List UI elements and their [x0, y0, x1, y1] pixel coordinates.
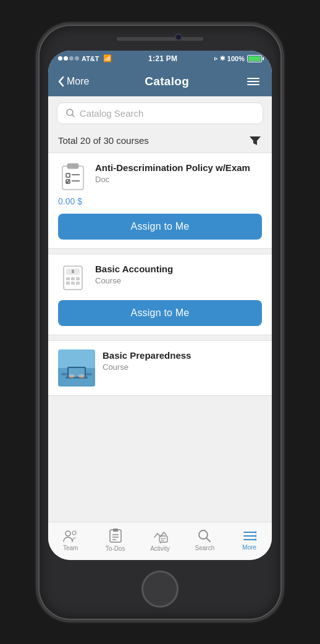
battery-fill — [248, 56, 261, 61]
signal-strength — [58, 56, 79, 61]
back-chevron-icon — [58, 76, 64, 87]
course-icon-1 — [58, 162, 88, 191]
course-thumbnail-3 — [58, 349, 95, 387]
battery-indicator — [247, 55, 262, 62]
tab-bar: Team To-Dos — [48, 522, 272, 560]
svg-line-1 — [72, 115, 74, 117]
more-label: More — [242, 544, 256, 551]
assign-button-2[interactable]: Assign to Me — [58, 300, 262, 326]
tab-team[interactable]: Team — [54, 529, 88, 551]
team-label: Team — [63, 545, 78, 551]
course-card-2: $ Basic Accounting Course Assign to Me — [48, 254, 272, 335]
search-container: Catalog Search — [48, 96, 272, 130]
svg-marker-2 — [250, 136, 261, 145]
menu-icon-line2 — [247, 81, 259, 82]
search-bar[interactable]: Catalog Search — [57, 102, 263, 124]
search-label: Search — [195, 545, 215, 551]
svg-rect-22 — [65, 377, 88, 378]
tab-activity[interactable]: Activity — [143, 529, 177, 552]
back-button[interactable]: More — [58, 76, 89, 87]
activity-icon — [152, 529, 168, 543]
back-label: More — [67, 76, 89, 87]
menu-button[interactable] — [245, 75, 262, 88]
course-info-2: Basic Accounting Course — [95, 263, 262, 286]
course-top-1: Anti-Descrimination Policy w/Exam Doc — [58, 162, 262, 191]
course-title-3: Basic Preparedness — [103, 349, 262, 362]
course-type-1: Doc — [95, 175, 262, 184]
page-title: Catalog — [145, 75, 189, 88]
course-card-1: Anti-Descrimination Policy w/Exam Doc 0.… — [48, 153, 272, 249]
svg-rect-16 — [76, 282, 80, 285]
svg-rect-4 — [67, 164, 78, 169]
results-count: Total 20 of 30 courses — [58, 135, 149, 146]
svg-point-42 — [255, 535, 256, 537]
course-info-1: Anti-Descrimination Policy w/Exam Doc — [95, 162, 262, 185]
course-top-2: $ Basic Accounting Course — [58, 263, 262, 293]
svg-line-37 — [207, 538, 211, 542]
wifi-icon: 📶 — [103, 54, 112, 62]
menu-icon-line1 — [247, 78, 259, 79]
search-icon — [66, 109, 75, 117]
phone-frame: AT&T 📶 1:21 PM ▹ ✱ 100% — [40, 26, 280, 619]
content-area: Catalog Search Total 20 of 30 courses — [48, 96, 272, 522]
course-title-1: Anti-Descrimination Policy w/Exam — [95, 162, 262, 174]
todos-icon — [109, 529, 122, 543]
svg-point-41 — [255, 531, 256, 533]
svg-rect-3 — [62, 166, 83, 190]
course-top-3: Basic Preparedness Course — [58, 349, 262, 387]
svg-point-43 — [255, 538, 256, 541]
svg-rect-14 — [66, 282, 70, 285]
svg-point-27 — [72, 531, 76, 535]
course-title-2: Basic Accounting — [95, 263, 262, 275]
todos-label: To-Dos — [106, 545, 125, 552]
time-display: 1:21 PM — [148, 54, 177, 63]
tab-todos[interactable]: To-Dos — [98, 529, 132, 552]
nav-header: More Catalog — [48, 67, 272, 96]
team-icon — [62, 529, 78, 543]
activity-label: Activity — [150, 545, 170, 552]
location-icon: ▹ — [214, 55, 217, 62]
tab-search[interactable]: Search — [188, 529, 222, 551]
svg-text:$: $ — [72, 269, 75, 274]
course-type-3: Course — [103, 362, 262, 372]
svg-rect-13 — [76, 277, 80, 280]
course-icon-2: $ — [58, 263, 88, 293]
front-camera — [175, 33, 182, 41]
battery-percent: 100% — [227, 55, 245, 62]
svg-rect-25 — [69, 368, 85, 377]
menu-icon-line3 — [247, 84, 259, 85]
signal-dot-1 — [58, 56, 62, 61]
svg-rect-12 — [71, 277, 75, 280]
status-left: AT&T 📶 — [58, 54, 112, 62]
signal-dot-2 — [64, 56, 68, 61]
assign-button-1[interactable]: Assign to Me — [58, 214, 262, 240]
course-type-2: Course — [95, 276, 262, 285]
results-header: Total 20 of 30 courses — [48, 130, 272, 153]
svg-rect-11 — [66, 277, 70, 280]
signal-dot-4 — [75, 56, 79, 61]
bluetooth-icon: ✱ — [220, 55, 225, 62]
tab-more[interactable]: More — [232, 530, 266, 551]
status-bar: AT&T 📶 1:21 PM ▹ ✱ 100% — [48, 51, 272, 67]
carrier-label: AT&T — [82, 55, 99, 62]
home-button[interactable] — [141, 571, 179, 608]
svg-rect-15 — [71, 282, 75, 285]
status-right: ▹ ✱ 100% — [214, 55, 262, 62]
svg-rect-29 — [113, 529, 118, 532]
screen: AT&T 📶 1:21 PM ▹ ✱ 100% — [48, 51, 272, 560]
search-placeholder: Catalog Search — [80, 108, 143, 119]
course-card-3: Basic Preparedness Course — [48, 340, 272, 396]
svg-point-26 — [65, 531, 70, 536]
signal-dot-3 — [69, 56, 74, 61]
phone-wrapper: AT&T 📶 1:21 PM ▹ ✱ 100% — [0, 0, 320, 644]
search-tab-icon — [198, 529, 211, 543]
course-price-1: 0.00 $ — [58, 196, 262, 206]
more-icon — [243, 530, 256, 542]
course-info-3: Basic Preparedness Course — [103, 349, 262, 372]
filter-icon[interactable] — [248, 134, 262, 148]
